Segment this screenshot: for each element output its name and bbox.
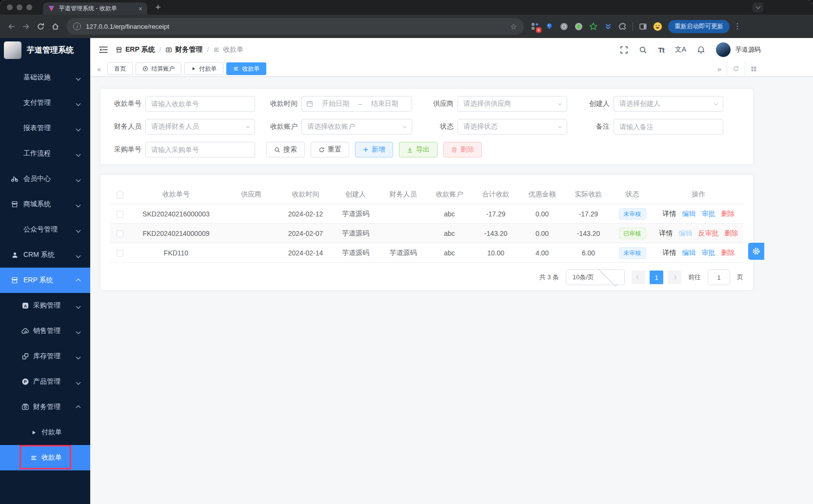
site-info-icon[interactable]: i <box>73 22 81 30</box>
sidebar-item-sales[interactable]: 销售管理 <box>0 318 90 344</box>
current-page-button[interactable]: 1 <box>650 271 663 284</box>
tab-settlement-account[interactable]: 结算账户 <box>136 62 181 75</box>
edit-link[interactable]: 编辑 <box>682 210 696 218</box>
reset-button[interactable]: 重置 <box>311 142 349 157</box>
search-button[interactable]: 搜索 <box>266 142 305 157</box>
menu-collapse-icon[interactable] <box>99 46 108 54</box>
sidebar-item-finance[interactable]: 财务管理 <box>0 394 90 420</box>
row-checkbox[interactable] <box>117 211 123 218</box>
filter-status: 状态 请选择状态 <box>422 119 578 135</box>
delete-button[interactable]: 删除 <box>443 142 482 157</box>
scroll-left-icon[interactable]: « <box>97 65 101 73</box>
sidebar-item-inventory[interactable]: 库存管理 <box>0 344 90 369</box>
page-size-select[interactable]: 10条/页 <box>566 270 625 285</box>
tab-payment-order[interactable]: 付款单 <box>184 62 223 75</box>
new-tab-button[interactable]: + <box>152 1 164 13</box>
edit-link[interactable]: 编辑 <box>682 249 696 257</box>
window-controls[interactable] <box>7 4 32 10</box>
sidebar-item-product[interactable]: P 产品管理 <box>0 369 90 394</box>
back-button[interactable] <box>4 19 19 34</box>
window-close-button[interactable] <box>7 4 13 10</box>
sidebar-logo[interactable]: 芋道管理系统 <box>0 38 90 62</box>
finance-staff-select[interactable]: 请选择财务人员 <box>145 119 255 135</box>
language-icon[interactable]: 文A <box>675 45 686 54</box>
extension-green-star-icon[interactable] <box>589 22 598 31</box>
goto-page-input[interactable] <box>708 270 730 285</box>
breadcrumb-item-finance[interactable]: 财务管理 <box>165 45 202 54</box>
window-zoom-button[interactable] <box>26 4 32 10</box>
side-panel-icon[interactable] <box>638 22 648 31</box>
search-icon[interactable] <box>639 46 647 54</box>
detail-link[interactable]: 详情 <box>659 229 673 238</box>
browser-tab[interactable]: 芋道管理系统 - 收款单 × <box>43 2 147 15</box>
sidebar-item-payment-order[interactable]: 付款单 <box>0 420 90 445</box>
home-button[interactable] <box>48 19 62 34</box>
supplier-select[interactable]: 请选择供供应商 <box>457 96 567 112</box>
font-size-icon[interactable]: Tt <box>658 46 664 54</box>
receipt-time-range-picker[interactable]: 开始日期 – 结束日期 <box>301 96 412 112</box>
sidebar-item-receipt-order[interactable]: 收款单 <box>0 445 90 470</box>
user-avatar[interactable] <box>716 42 731 57</box>
window-minimize-button[interactable] <box>17 4 22 10</box>
delete-link[interactable]: 删除 <box>725 229 738 238</box>
forward-button[interactable] <box>19 19 33 34</box>
main-area: ERP 系统 / 财务管理 / 收款单 <box>90 38 813 504</box>
breadcrumb-item-erp[interactable]: ERP 系统 <box>116 45 155 54</box>
sidebar-item-crm[interactable]: CRM 系统 <box>0 242 90 268</box>
notification-bell-icon[interactable] <box>697 46 705 54</box>
settings-fab[interactable] <box>748 243 764 260</box>
status-select[interactable]: 请选择状态 <box>457 119 567 135</box>
tab-search-button[interactable] <box>753 2 763 12</box>
unapprove-link[interactable]: 反审批 <box>698 229 719 238</box>
select-all-checkbox[interactable] <box>117 192 123 198</box>
profile-avatar-icon[interactable] <box>653 22 662 31</box>
extension-balloon-icon[interactable] <box>545 22 554 31</box>
tab-home[interactable]: 首页 <box>107 62 133 75</box>
prev-page-button[interactable] <box>632 271 645 284</box>
sidebar-item-payment[interactable]: 支付管理 <box>0 90 90 116</box>
sidebar-item-purchase[interactable]: A 采购管理 <box>0 293 90 318</box>
sidebar-item-infrastructure[interactable]: 基础设施 <box>0 65 90 90</box>
delete-link[interactable]: 删除 <box>721 210 735 218</box>
sidebar-item-report[interactable]: 报表管理 <box>0 116 90 141</box>
extension-green-circle-icon[interactable] <box>574 22 583 31</box>
tab-receipt-order[interactable]: 收款单 <box>226 62 266 75</box>
export-button[interactable]: 导出 <box>399 142 437 157</box>
url-bar[interactable]: i 127.0.0.1/erp/finance/receipt ☆ <box>66 18 524 35</box>
remark-input[interactable] <box>614 119 723 135</box>
row-checkbox[interactable] <box>117 231 123 237</box>
toolbar-divider <box>633 22 633 31</box>
bookmark-star-icon[interactable]: ☆ <box>510 22 517 31</box>
extension-double-chevron-icon[interactable] <box>603 22 613 31</box>
layout-grid-icon[interactable] <box>745 61 762 76</box>
receipt-no-input[interactable] <box>145 96 255 112</box>
tab-close-icon[interactable]: × <box>139 5 142 12</box>
browser-menu-kebab-icon[interactable]: ⋮ <box>734 22 741 30</box>
sidebar-item-member-center[interactable]: 会员中心 <box>0 166 90 192</box>
next-page-button[interactable] <box>668 271 681 284</box>
sidebar-item-erp[interactable]: ERP 系统 <box>0 268 90 293</box>
sidebar-item-official-account[interactable]: 公众号管理 <box>0 217 90 242</box>
approve-link[interactable]: 审批 <box>702 249 715 257</box>
reload-button[interactable] <box>33 19 48 34</box>
detail-link[interactable]: 详情 <box>663 249 676 257</box>
receipt-account-select[interactable]: 请选择收款账户 <box>301 119 412 135</box>
row-checkbox[interactable] <box>117 250 123 257</box>
extension-grid-icon[interactable]: 6 <box>530 22 539 31</box>
purchase-no-input[interactable] <box>145 142 255 157</box>
extensions-puzzle-icon[interactable] <box>618 22 627 31</box>
approve-link[interactable]: 审批 <box>702 210 715 218</box>
username[interactable]: 芋道源码 <box>735 45 761 54</box>
fullscreen-icon[interactable] <box>620 46 628 54</box>
detail-link[interactable]: 详情 <box>663 210 676 218</box>
delete-link[interactable]: 删除 <box>721 249 735 257</box>
scroll-right-icon[interactable]: » <box>712 61 727 76</box>
creator-select[interactable]: 请选择创建人 <box>614 96 723 112</box>
filter-purchase-no: 采购单号 <box>110 142 266 157</box>
browser-update-button[interactable]: 重新启动即可更新 <box>668 20 730 33</box>
extension-gray-circle-icon[interactable] <box>559 22 569 31</box>
sidebar-item-mall[interactable]: 商城系统 <box>0 192 90 217</box>
refresh-icon[interactable] <box>727 61 745 76</box>
add-button[interactable]: 新增 <box>355 142 393 157</box>
sidebar-item-workflow[interactable]: 工作流程 <box>0 141 90 166</box>
